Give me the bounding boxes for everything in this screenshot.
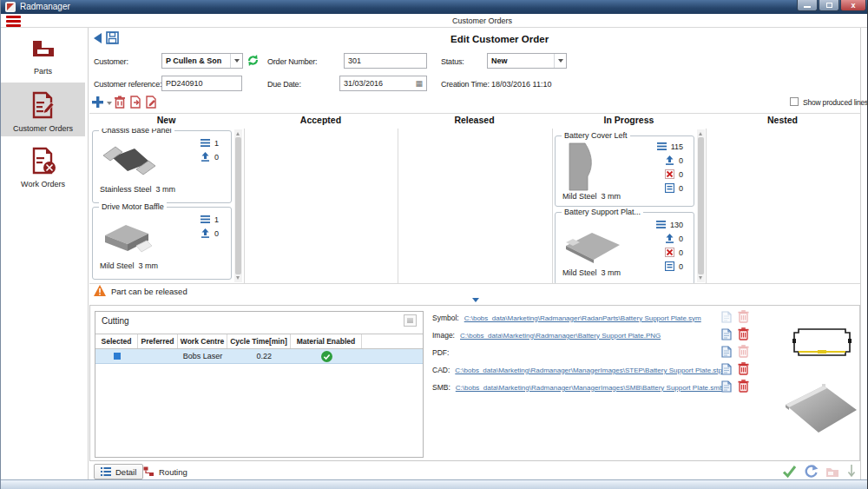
chevron-down-icon[interactable] xyxy=(554,54,566,68)
card-title: Battery Cover Left xyxy=(562,131,630,140)
customer-reference-field[interactable]: PD240910 xyxy=(161,76,242,91)
back-button[interactable] xyxy=(94,33,102,43)
cutting-title: Cutting xyxy=(102,316,129,326)
delete-file-icon[interactable] xyxy=(738,345,749,358)
delete-file-icon[interactable] xyxy=(738,327,749,340)
tab-routing[interactable]: Routing xyxy=(140,464,191,479)
close-button[interactable]: x xyxy=(840,0,866,11)
order-number-field[interactable]: 301 xyxy=(344,53,427,69)
tab-detail[interactable]: Detail xyxy=(94,464,143,479)
symbol-file-link[interactable]: C:\bobs_data\Marketing\Radmanager\RadanP… xyxy=(464,314,701,322)
tab-bar: Customer Orders xyxy=(1,14,868,28)
col-selected[interactable]: Selected xyxy=(95,334,138,348)
download-arrow-icon[interactable] xyxy=(847,464,856,479)
kanban-column-new: New xyxy=(89,115,243,125)
view-file-icon[interactable] xyxy=(721,328,732,340)
customer-combobox[interactable]: P Cullen & Son xyxy=(161,53,243,69)
refresh-icon[interactable] xyxy=(247,54,260,67)
status-combobox[interactable]: New xyxy=(487,53,567,69)
in-progress-column-scrollbar[interactable] xyxy=(697,129,705,282)
page-title: Edit Customer Order xyxy=(450,34,549,44)
delete-file-icon[interactable] xyxy=(738,380,749,393)
kanban-column-released: Released xyxy=(398,115,551,125)
nested-count: 0 xyxy=(665,183,683,193)
show-produced-lines-checkbox[interactable] xyxy=(790,97,799,106)
add-line-button[interactable] xyxy=(91,96,104,109)
delete-file-icon[interactable] xyxy=(738,310,749,323)
produced-icon xyxy=(201,152,210,162)
card-material: Mild Steel 3 mm xyxy=(562,268,621,277)
due-date-field[interactable]: 31/03/2016 ▦ xyxy=(339,76,427,91)
customer-value: P Cullen & Son xyxy=(162,56,230,65)
work-centre-cell: Bobs Laser xyxy=(178,349,227,363)
sidebar-item-work-orders[interactable]: Work Orders xyxy=(1,138,85,192)
save-icon[interactable] xyxy=(106,31,119,44)
status-value: New xyxy=(488,56,554,65)
view-file-icon[interactable] xyxy=(721,346,732,358)
col-work-centre[interactable]: Work Centre xyxy=(178,334,227,348)
card-chassis-base-panel[interactable]: Chassis Base Panel 1 0 Stainless Steel 3… xyxy=(92,130,232,203)
part-3d-preview xyxy=(780,379,860,441)
cutting-table-row[interactable]: Bobs Laser 0.22 xyxy=(95,349,423,364)
file-label: CAD: xyxy=(432,366,450,374)
sidebar-item-customer-orders[interactable]: Customer Orders xyxy=(1,83,85,136)
col-cycle-time[interactable]: Cycle Time[min] xyxy=(227,334,291,348)
view-file-icon[interactable] xyxy=(721,380,732,393)
calendar-icon[interactable]: ▦ xyxy=(415,79,423,88)
part-thumbnail xyxy=(564,142,602,194)
kanban-in-progress-column: Battery Cover Left 115 0 0 0 Mild Steel … xyxy=(552,129,697,283)
add-dropdown-icon[interactable] xyxy=(107,102,112,105)
creation-time-label: Creation Time: xyxy=(441,80,490,89)
card-battery-support-plate[interactable]: Battery Support Plat... 130 0 0 0 xyxy=(555,212,694,283)
hamburger-menu-icon[interactable] xyxy=(6,16,21,27)
sidebar-item-label: Parts xyxy=(1,67,85,76)
view-file-icon[interactable] xyxy=(721,311,732,323)
collapse-arrow-icon[interactable] xyxy=(472,298,479,302)
cycle-time-cell: 0.22 xyxy=(227,349,291,363)
view-file-icon[interactable] xyxy=(721,363,732,375)
rejected-icon xyxy=(665,169,674,179)
kanban-column-in-progress: In Progress xyxy=(552,115,706,125)
selected-checkbox[interactable] xyxy=(114,353,121,360)
chevron-down-icon[interactable] xyxy=(230,54,242,68)
delete-file-icon[interactable] xyxy=(738,362,749,375)
tab-label: Routing xyxy=(159,467,187,477)
image-file-link[interactable]: C:\bobs_data\Marketing\Radmanager\Batter… xyxy=(460,332,661,340)
tab-customer-orders[interactable]: Customer Orders xyxy=(452,17,512,25)
quantity-icon xyxy=(201,138,210,148)
produced-icon xyxy=(665,234,674,243)
warning-icon xyxy=(94,285,106,296)
edit-line-icon[interactable] xyxy=(145,96,158,109)
sidebar-item-label: Work Orders xyxy=(1,180,85,188)
work-orders-icon xyxy=(29,147,58,175)
minimize-button[interactable] xyxy=(797,0,818,11)
export-line-icon[interactable] xyxy=(129,96,142,109)
maximize-button[interactable] xyxy=(819,0,839,11)
app-icon xyxy=(5,2,16,12)
file-row-image: Image: C:\bobs_data\Marketing\Radmanager… xyxy=(432,329,752,341)
col-material-enabled[interactable]: Material Enabled xyxy=(291,334,362,348)
customer-reference-value: PD240910 xyxy=(166,79,203,88)
produced-count: 0 xyxy=(201,228,219,238)
undo-icon[interactable] xyxy=(804,464,819,479)
produced-count: 0 xyxy=(665,155,683,165)
file-row-symbol: Symbol: C:\bobs_data\Marketing\Radmanage… xyxy=(432,312,752,324)
cutting-table-header: Selected Preferred Work Centre Cycle Tim… xyxy=(95,334,423,349)
delete-line-button[interactable] xyxy=(114,96,126,109)
sidebar-item-parts[interactable]: Parts xyxy=(1,29,85,81)
release-folder-icon[interactable] xyxy=(825,466,839,478)
new-column-scrollbar[interactable] xyxy=(234,129,242,282)
quantity-icon xyxy=(657,142,667,151)
card-drive-motor-baffle[interactable]: Drive Motor Baffle 1 0 Mild Steel 3 mm xyxy=(92,207,232,280)
cutting-grid-icon[interactable] xyxy=(404,314,417,327)
col-preferred[interactable]: Preferred xyxy=(138,334,178,348)
cad-file-link[interactable]: C:\bobs_data\Marketing\Radmanager\Manage… xyxy=(455,367,722,374)
nested-count: 0 xyxy=(665,261,683,271)
smb-file-link[interactable]: C:\bobs_data\Marketing\Radmanager\Manage… xyxy=(456,384,724,392)
kanban-column-accepted: Accepted xyxy=(244,115,398,125)
file-row-smb: SMB: C:\bobs_data\Marketing\Radmanager\M… xyxy=(432,381,752,393)
card-battery-cover-left[interactable]: Battery Cover Left 115 0 0 0 Mild Steel … xyxy=(555,135,694,207)
sidebar: Parts Customer Orders Work Order xyxy=(1,29,85,479)
accept-icon[interactable] xyxy=(782,465,797,478)
quantity-count: 1 xyxy=(201,138,219,148)
